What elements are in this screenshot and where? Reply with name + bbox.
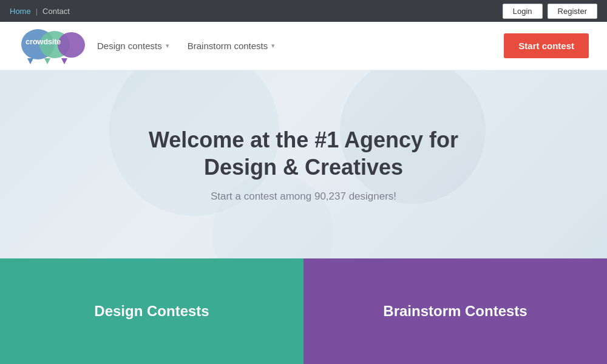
home-link[interactable]: Home — [10, 7, 31, 16]
design-contests-label: Design contests — [97, 41, 162, 51]
design-contests-card[interactable]: Design Contests — [0, 258, 304, 364]
bottom-cards: Design Contests Brainstorm Contests — [0, 258, 607, 364]
hero-title-line1: Welcome at the #1 Agency for — [149, 127, 458, 152]
tail1 — [27, 58, 33, 64]
hero-title: Welcome at the #1 Agency for Design & Cr… — [149, 126, 458, 181]
brainstorm-contests-chevron-icon: ▾ — [271, 42, 275, 50]
design-contests-card-label: Design Contests — [94, 303, 209, 320]
start-contest-button[interactable]: Start contest — [504, 33, 589, 58]
contact-link[interactable]: Contact — [42, 7, 70, 16]
nav-links: Design contests ▾ Brainstorm contests ▾ — [97, 41, 504, 51]
top-bar-left: Home | Contact — [10, 7, 70, 16]
logo[interactable]: crowdsite — [18, 26, 97, 66]
main-nav: crowdsite Design contests ▾ Brainstorm c… — [0, 22, 607, 70]
tail3 — [61, 58, 67, 64]
brainstorm-contests-nav[interactable]: Brainstorm contests ▾ — [188, 41, 276, 51]
tail2 — [44, 58, 50, 64]
design-contests-nav[interactable]: Design contests ▾ — [97, 41, 169, 51]
login-button[interactable]: Login — [503, 4, 543, 19]
top-bar-right: Login Register — [503, 4, 597, 19]
hero-section: Welcome at the #1 Agency for Design & Cr… — [0, 70, 607, 258]
hero-subtitle: Start a contest among 90,237 designers! — [211, 190, 396, 203]
hero-title-line2: Design & Creatives — [204, 155, 403, 180]
brainstorm-contests-card[interactable]: Brainstorm Contests — [304, 258, 607, 364]
topbar-divider: | — [36, 7, 38, 16]
logo-text: crowdsite — [25, 37, 61, 46]
top-bar: Home | Contact Login Register — [0, 0, 607, 22]
brainstorm-contests-label: Brainstorm contests — [188, 41, 268, 51]
logo-bubble3 — [58, 32, 85, 58]
design-contests-chevron-icon: ▾ — [166, 42, 169, 50]
logo-tails — [27, 58, 67, 64]
brainstorm-contests-card-label: Brainstorm Contests — [383, 303, 527, 320]
register-button[interactable]: Register — [548, 4, 597, 19]
